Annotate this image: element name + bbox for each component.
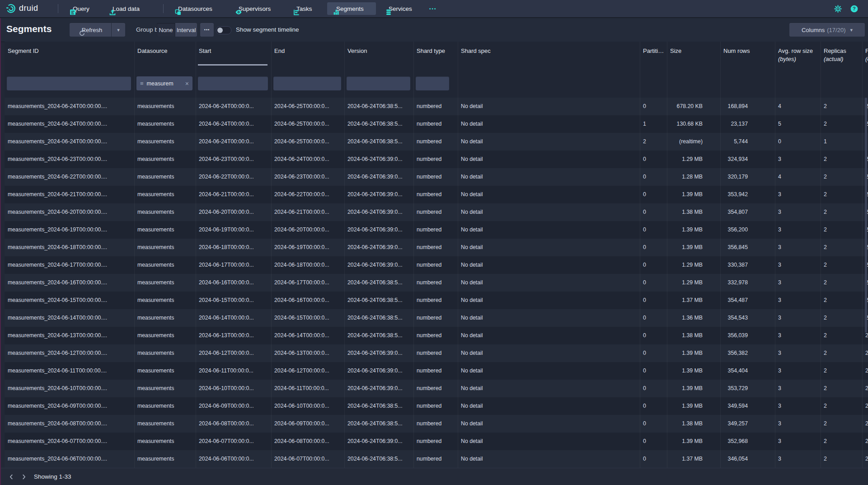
cell-factor: 2 <box>862 415 868 433</box>
cell-start: 2024-06-18T00:00:0... <box>196 239 271 256</box>
filter-tag-value: measurem <box>147 80 174 87</box>
cell-shard_spec: No detail <box>458 292 640 309</box>
cell-size: 1.28 MB <box>667 168 720 186</box>
cell-shard_spec: No detail <box>458 433 640 450</box>
more-actions-button[interactable]: ••• <box>200 23 214 37</box>
nav-item-query[interactable]: Query <box>69 0 89 17</box>
cell-shard_type: numbered <box>413 415 458 433</box>
column-header-label: Replicas <box>824 47 862 54</box>
cell-avg_row_size: 3 <box>775 397 821 415</box>
cell-replicas: 2 <box>821 168 862 186</box>
nav-overflow-button[interactable]: ••• <box>429 0 437 17</box>
filter-input-segment_id[interactable] <box>7 76 131 90</box>
braced-number: 1.39 MB <box>670 221 703 239</box>
braced-number: 5,744 <box>723 133 748 151</box>
nav-item-load-data[interactable]: Load data <box>109 0 140 17</box>
column-divider <box>862 42 863 468</box>
cell-partition: 0 <box>640 221 667 239</box>
cell-start: 2024-06-11T00:00:0... <box>196 362 271 380</box>
braced-number: 354,543 <box>723 309 748 327</box>
nav-item-tasks[interactable]: Tasks <box>293 0 312 17</box>
braced-number: 349,257 <box>723 415 748 433</box>
column-header-start[interactable]: Start <box>196 42 271 66</box>
cell-end: 2024-06-23T00:00:0... <box>271 168 344 186</box>
cell-start: 2024-06-09T00:00:0... <box>196 397 271 415</box>
cell-datasource: measurements <box>134 362 196 380</box>
druid-console: druid Query Load data Datasources <box>0 0 868 485</box>
braced-number: 1.28 MB <box>670 168 703 186</box>
nav-item-datasources[interactable]: Datasources <box>174 0 212 17</box>
prev-page-button[interactable] <box>5 471 17 483</box>
cell-shard_spec: No detail <box>458 344 640 362</box>
remove-tag-icon[interactable]: × <box>185 80 189 87</box>
filter-input-shard_type[interactable] <box>416 76 449 90</box>
column-header-replicas[interactable]: Replicas(actual) <box>821 42 862 66</box>
braced-number: 1.36 MB <box>670 309 703 327</box>
braced-number: 1.38 MB <box>670 327 703 344</box>
cell-datasource: measurements <box>134 98 196 115</box>
cell-end: 2024-06-25T00:00:0... <box>271 133 344 151</box>
group-by-none-button[interactable]: None <box>157 23 175 37</box>
column-header-partition[interactable]: Partition <box>640 42 667 66</box>
cell-partition: 0 <box>640 433 667 450</box>
column-header-shard_spec[interactable]: Shard spec <box>458 42 640 66</box>
next-page-button[interactable] <box>18 471 30 483</box>
cell-replicas: 2 <box>821 292 862 309</box>
cell-shard_type: numbered <box>413 151 458 168</box>
chevron-down-icon: ▾ <box>117 27 120 33</box>
cell-shard_type: numbered <box>413 115 458 133</box>
filter-input-start[interactable] <box>198 76 268 90</box>
cell-datasource: measurements <box>134 133 196 151</box>
nav-item-segments[interactable]: Segments <box>333 0 364 17</box>
cell-datasource: measurements <box>134 221 196 239</box>
column-header-factor[interactable]: Factor(expected) <box>862 42 868 66</box>
cell-version: 2024-06-24T06:39:0... <box>344 256 413 274</box>
cell-partition: 0 <box>640 239 667 256</box>
cell-datasource: measurements <box>134 168 196 186</box>
cell-shard_type: numbered <box>413 450 458 468</box>
braced-number: (realtime) <box>670 133 703 151</box>
cell-datasource: measurements <box>134 115 196 133</box>
column-header-size[interactable]: Size <box>667 42 720 66</box>
cell-num_rows: 356,845 <box>720 239 775 256</box>
cell-avg_row_size: 3 <box>775 450 821 468</box>
cell-segment_id: measurements_2024-06-19T00:00:00.... <box>5 221 134 239</box>
column-header-num_rows[interactable]: Num rows <box>720 42 775 66</box>
filter-input-version[interactable] <box>347 76 410 90</box>
cell-num_rows: 354,487 <box>720 292 775 309</box>
braced-number: 354,487 <box>723 292 748 309</box>
cell-start: 2024-06-23T00:00:0... <box>196 151 271 168</box>
column-header-version[interactable]: Version <box>344 42 413 66</box>
refresh-interval-dropdown[interactable]: ▾ <box>112 23 125 37</box>
cell-datasource: measurements <box>134 239 196 256</box>
vertical-scrollbar[interactable] <box>865 98 867 333</box>
cell-shard_spec: No detail <box>458 397 640 415</box>
group-by-interval-button[interactable]: Interval <box>175 23 197 37</box>
column-header-end[interactable]: End <box>271 42 344 66</box>
nav-item-supervisors[interactable]: Supervisors <box>235 0 271 17</box>
cell-shard_spec: No detail <box>458 415 640 433</box>
cell-avg_row_size: 3 <box>775 151 821 168</box>
braced-number: 354,807 <box>723 203 748 221</box>
column-header-datasource[interactable]: Datasource <box>134 42 196 66</box>
nav-item-services[interactable]: Services <box>385 0 412 17</box>
cell-partition: 0 <box>640 397 667 415</box>
cell-num_rows: 356,382 <box>720 344 775 362</box>
braced-number: 1.37 MB <box>670 292 703 309</box>
column-header-avg_row_size[interactable]: Avg. row size(bytes) <box>775 42 821 66</box>
cell-avg_row_size: 4 <box>775 168 821 186</box>
datasource-filter-tag[interactable]: ≡measurem× <box>136 76 192 90</box>
cell-replicas: 2 <box>821 274 862 292</box>
cell-segment_id: measurements_2024-06-16T00:00:00.... <box>5 274 134 292</box>
column-header-segment_id[interactable]: Segment ID <box>5 42 134 66</box>
cell-partition: 0 <box>640 203 667 221</box>
column-header-shard_type[interactable]: Shard type <box>413 42 458 66</box>
columns-button[interactable]: Columns (17/20) ▾ <box>789 23 865 37</box>
column-header-label: Partition <box>643 47 667 54</box>
column-header-label: Size <box>670 47 720 54</box>
filter-input-end[interactable] <box>273 76 341 90</box>
segment-timeline-toggle[interactable] <box>216 26 231 34</box>
cell-shard_type: numbered <box>413 309 458 327</box>
cell-shard_spec: No detail <box>458 380 640 397</box>
refresh-button[interactable]: Refresh <box>70 23 111 37</box>
